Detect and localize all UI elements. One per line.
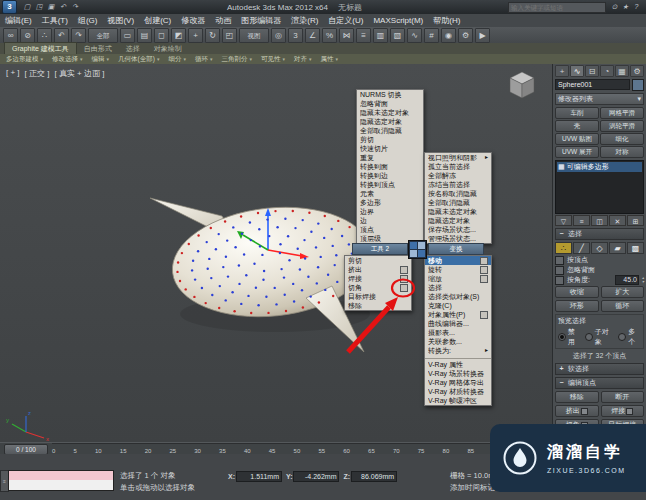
- time-tag-button[interactable]: 添加时间标记: [450, 483, 495, 493]
- quad-menu-item[interactable]: 隐藏未选定对象: [357, 108, 423, 117]
- make-unique-icon[interactable]: ◫: [591, 215, 608, 226]
- quad-menu-item[interactable]: 全部解冻: [425, 171, 491, 180]
- quad-menu-item[interactable]: 对象属性(P): [425, 310, 491, 319]
- ribbon-panel[interactable]: 循环▾: [195, 55, 213, 64]
- by-angle-checkbox-row[interactable]: 按角度: 45.0 ▴▾: [555, 276, 644, 284]
- quad-menu-item[interactable]: 剪切: [357, 135, 423, 144]
- quad-menu-item[interactable]: 移动: [425, 256, 491, 265]
- undo-icon[interactable]: ↶: [57, 3, 69, 11]
- quad-menu-item[interactable]: 目标焊接: [345, 292, 411, 301]
- coordinate-input[interactable]: 86.069mm: [351, 471, 397, 482]
- select-by-name-icon[interactable]: ▤: [137, 28, 152, 43]
- ribbon-panel[interactable]: 编辑▾: [92, 55, 110, 64]
- remove-modifier-icon[interactable]: ✕: [609, 215, 626, 226]
- coordinate-input[interactable]: -4.262mm: [293, 471, 339, 482]
- ribbon-tab[interactable]: 对象绘制: [147, 43, 189, 54]
- quad-menu-item[interactable]: 全部取消隐藏: [357, 126, 423, 135]
- settings-box-icon[interactable]: [400, 266, 408, 274]
- ribbon-panel[interactable]: 三角剖分▾: [221, 55, 252, 64]
- help-icon[interactable]: ?: [631, 3, 642, 11]
- quad-menu-item[interactable]: 转换到顶点: [357, 180, 423, 189]
- quad-menu-item[interactable]: NURMS 切换: [357, 90, 423, 99]
- settings-box-icon[interactable]: [480, 275, 488, 283]
- quad-menu-item[interactable]: 曲线编辑器...: [425, 319, 491, 328]
- curve-editor-icon[interactable]: ∿: [407, 28, 422, 43]
- ribbon-panel[interactable]: 对齐▾: [294, 55, 312, 64]
- quad-menu-item[interactable]: 管理场景状态...: [425, 234, 491, 243]
- modifier-button[interactable]: 网格平滑: [600, 107, 644, 119]
- object-color-swatch[interactable]: [632, 79, 644, 91]
- ribbon-panel[interactable]: 多边形建模▾: [6, 55, 43, 64]
- show-end-result-icon[interactable]: ≡: [573, 215, 590, 226]
- new-file-icon[interactable]: ▢: [21, 3, 33, 11]
- ring-button[interactable]: 环形: [555, 300, 599, 312]
- quad-menu-item[interactable]: 视口照明和阴影 ▸: [425, 153, 491, 162]
- schematic-view-icon[interactable]: #: [424, 28, 439, 43]
- quad-menu-item[interactable]: 忽略背面: [357, 99, 423, 108]
- loop-button[interactable]: 循环: [601, 300, 645, 312]
- quad-menu-item[interactable]: 移除: [345, 301, 411, 310]
- menu-item[interactable]: MAXScript(M): [368, 14, 428, 27]
- stack-item-editable-poly[interactable]: ▦ 可编辑多边形: [557, 162, 642, 172]
- menu-item[interactable]: 修改器: [176, 14, 210, 27]
- quad-menu-item[interactable]: 转换到面: [357, 162, 423, 171]
- modifier-button[interactable]: 对称: [600, 146, 644, 158]
- grow-button[interactable]: 扩大: [601, 286, 645, 298]
- modifier-button[interactable]: 涡轮平滑: [600, 120, 644, 132]
- reference-coordinate-dropdown[interactable]: 视图: [239, 28, 269, 43]
- settings-box-icon[interactable]: [480, 311, 488, 319]
- quad-menu-item[interactable]: 全部取消隐藏: [425, 198, 491, 207]
- layer-manager-icon[interactable]: ▥: [373, 28, 388, 43]
- quad-menu-item[interactable]: 隐藏选定对象: [425, 216, 491, 225]
- rollout-soft-selection-header[interactable]: + 软选择: [555, 363, 644, 375]
- application-button[interactable]: 3: [2, 0, 17, 14]
- infocenter-search-input[interactable]: [508, 2, 606, 13]
- polygon-icon[interactable]: ▰: [609, 242, 626, 254]
- ribbon-tab[interactable]: 选择: [119, 43, 147, 54]
- quad-menu-item[interactable]: 转换为: ▸: [425, 346, 491, 355]
- select-rotate-icon[interactable]: ↻: [205, 28, 220, 43]
- select-object-icon[interactable]: ▭: [120, 28, 135, 43]
- edit-vertex-button[interactable]: 焊接: [601, 405, 645, 417]
- quad-menu-item[interactable]: 焊接: [345, 274, 411, 283]
- crossing-selection-icon[interactable]: ◩: [171, 28, 186, 43]
- settings-box-icon[interactable]: [400, 275, 408, 283]
- settings-box-icon[interactable]: [626, 408, 633, 415]
- quad-menu-item[interactable]: 冻结当前选择: [425, 180, 491, 189]
- quad-menu-item[interactable]: V-Ray 属性: [425, 360, 491, 369]
- menu-item[interactable]: 编辑(E): [0, 14, 37, 27]
- edge-icon[interactable]: ╱: [573, 242, 590, 254]
- modify-tab[interactable]: ∿: [570, 65, 584, 77]
- menu-item[interactable]: 渲染(R): [286, 14, 323, 27]
- quad-menu-item[interactable]: 快速切片: [357, 144, 423, 153]
- quad-center-icon[interactable]: [408, 240, 427, 259]
- align-icon[interactable]: ≡: [356, 28, 371, 43]
- select-scale-icon[interactable]: ◰: [222, 28, 237, 43]
- maxscript-listener-input-line[interactable]: [8, 480, 114, 491]
- open-file-icon[interactable]: ◳: [33, 3, 45, 11]
- render-production-icon[interactable]: ▶: [475, 28, 490, 43]
- menu-item[interactable]: 工具(T): [37, 14, 73, 27]
- settings-box-icon[interactable]: [400, 284, 408, 292]
- modifier-stack[interactable]: ▦ 可编辑多边形: [555, 160, 644, 214]
- menu-item[interactable]: 视图(V): [102, 14, 139, 27]
- vertex-icon[interactable]: ∴: [555, 242, 572, 254]
- border-icon[interactable]: ◇: [591, 242, 608, 254]
- select-link-icon[interactable]: ∞: [3, 28, 18, 43]
- ribbon-panel[interactable]: 可见性▾: [261, 55, 285, 64]
- modifier-button[interactable]: 车削: [555, 107, 599, 119]
- save-icon[interactable]: ▣: [45, 3, 57, 11]
- rollout-selection-header[interactable]: − 选择: [555, 228, 644, 240]
- ribbon-panel[interactable]: 属性▾: [320, 55, 338, 64]
- utilities-tab[interactable]: ⚙: [630, 65, 644, 77]
- undo-icon[interactable]: ↶: [54, 28, 69, 43]
- select-move-icon[interactable]: +: [188, 28, 203, 43]
- redo-icon[interactable]: ↷: [71, 28, 86, 43]
- quad-menu-item[interactable]: 边界: [357, 207, 423, 216]
- use-pivot-center-icon[interactable]: ◎: [271, 28, 286, 43]
- hierarchy-tab[interactable]: ⊟: [585, 65, 599, 77]
- redo-icon[interactable]: ↷: [69, 3, 81, 11]
- object-name-field[interactable]: Sphere001: [555, 79, 630, 90]
- percent-snap-icon[interactable]: %: [322, 28, 337, 43]
- quad-menu-item[interactable]: 边: [357, 216, 423, 225]
